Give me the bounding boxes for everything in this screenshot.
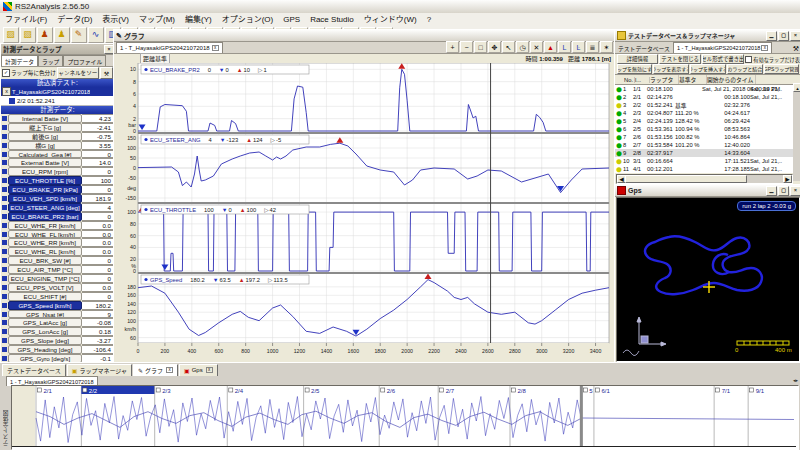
channel-row-GPS_LatAcc[interactable]: GPS_LatAcc [g]-0.08 <box>1 318 114 327</box>
menu-item-5[interactable]: オプション(O) <box>217 13 279 26</box>
channel-row-External Batte[interactable]: External Batte [V]14.0 <box>1 158 114 167</box>
channel-row-ECU_WHE_RL[interactable]: ECU_WHE_RL [km/h]0.0 <box>1 247 114 256</box>
lap-checkbox[interactable] <box>750 388 754 392</box>
menu-item-6[interactable]: GPS <box>278 13 305 26</box>
channel-row-Calculated_Gea[interactable]: Calculated_Gea [#]0 <box>1 150 114 159</box>
lap-label-2/6[interactable]: 2/6 <box>387 388 396 394</box>
channel-row-GPS_Slope[interactable]: GPS_Slope [deg]-3.27 <box>1 336 114 345</box>
sort-channels-button[interactable]: チャンネルをソート <box>57 67 99 79</box>
maximize-button[interactable]: ▢ <box>778 31 789 41</box>
close-tab-icon[interactable]: x <box>206 367 213 373</box>
close-button[interactable]: × <box>790 31 800 41</box>
color-by-lap-checkbox[interactable]: ✓ ラップ毎に色分け <box>2 69 56 77</box>
lap-manager-title-bar[interactable]: テストデータベース＆ラップマネージャ ▁ ▢ × <box>615 30 800 42</box>
chart-canvas[interactable]: 108642bar0ECU_BRAKE_PR20▼0▲10▷1150100500… <box>115 63 613 361</box>
lap-row-2/2[interactable]: ⬤32/201:52.241基準02:32.376 <box>615 101 800 109</box>
align-left2-icon[interactable]: Ŀ <box>572 41 585 53</box>
lap-button2-1[interactable]: ラップを表示する <box>653 64 689 74</box>
graph-test-tab[interactable]: 1 - T_HayasakiGPS20421072018 x <box>116 42 223 53</box>
lap-label-2/7[interactable]: 2/7 <box>446 388 455 394</box>
channel-row-ECU_SHIFT[interactable]: ECU_SHIFT [#]0 <box>1 292 114 301</box>
lap-button2-4[interactable]: GPSラップ管理 <box>764 64 800 74</box>
lap-checkbox[interactable] <box>716 388 720 392</box>
lap-label-7/1[interactable]: 7/1 <box>722 388 731 394</box>
channel-row-GPS_Heading[interactable]: GPS_Heading [deg]-106.4 <box>1 345 114 354</box>
channel-row-ECU_STEER_ANG[interactable]: ECU_STEER_ANG [deg]4 <box>1 203 114 212</box>
lap-column-header[interactable]: No. <box>624 77 635 83</box>
lap-button-2[interactable]: クセル形式で書き出し <box>702 54 744 64</box>
valid-laps-checkbox[interactable]: 有効なラップだけ表 <box>744 56 800 63</box>
lap-label-2/2[interactable]: 2/2 <box>89 388 98 394</box>
lap-checkbox[interactable] <box>381 388 385 392</box>
notes-icon[interactable]: ✎ <box>71 27 87 43</box>
zoom-out-icon[interactable]: − <box>460 41 473 53</box>
channel-row-ECU_WHE_FL[interactable]: ECU_WHE_FL [km/h]0.0 <box>1 230 114 239</box>
channel-row-GPS_LonAcc[interactable]: GPS_LonAcc [g]0.18 <box>1 327 114 336</box>
lap-row-2/5[interactable]: ⬤62/501:53.361100.94 %08:53.563 <box>615 125 800 133</box>
close-tab-icon[interactable]: x <box>166 367 173 373</box>
lap-label-2/1[interactable]: 2/1 <box>44 388 53 394</box>
taskbar-tab-graph-icon[interactable]: ✎グラフx <box>133 364 178 377</box>
channel-row-ECU_THROTTLE[interactable]: ECU_THROTTLE [%]100 <box>1 176 114 185</box>
menu-item-4[interactable]: 編集(Y) <box>180 13 217 26</box>
tab-current-test[interactable]: 1 - T_HayasakiGPS20421072018 x <box>673 42 773 53</box>
lap-row-2/4[interactable]: ⬤52/402:24.139128.42 %06:29.424 <box>615 117 800 125</box>
channel-row-ECU_ENGINE_TMP[interactable]: ECU_ENGINE_TMP [°C]0 <box>1 274 114 283</box>
taskbar-tab-gps-icon[interactable]: ▣Gpsx <box>179 364 218 377</box>
channel-row-ECU_WHE_RR[interactable]: ECU_WHE_RR [km/h]0.0 <box>1 238 114 247</box>
layout-icon[interactable]: ≣ <box>586 41 599 53</box>
minimize-button[interactable]: ▁ <box>766 186 777 196</box>
lap-column-header[interactable]: ラップタ <box>650 75 679 84</box>
channel-row-ECU_RPM[interactable]: ECU_RPM [rpm]0 <box>1 167 114 176</box>
tab-プロファイル[interactable]: プロファイル <box>63 55 106 66</box>
lap-row-4/1[interactable]: ⬤114/100:12.20117:28.185Sat, Jul 21,.. <box>615 165 800 173</box>
taskbar-tab-database-icon[interactable]: テストデータベース <box>2 364 66 377</box>
lap-checkbox[interactable] <box>512 388 516 392</box>
lap-row-2/7[interactable]: ⬤82/701:53.584101.20 %12:40.020 <box>615 141 800 149</box>
overview-scroll-arrows[interactable]: ◂▸ <box>793 377 798 383</box>
lap-settings-icon[interactable]: ⚒ <box>793 45 799 53</box>
channel-row-ECU_WHE_FR[interactable]: ECU_WHE_FR [km/h]0.0 <box>1 221 114 230</box>
close-button[interactable]: × <box>790 186 800 196</box>
close-tab-icon[interactable]: x <box>761 45 768 51</box>
channel-row-ECU_BRAKE_PR2[interactable]: ECU_BRAKE_PR2 [bar]0 <box>1 212 114 221</box>
channel-row-横G[interactable]: 横G [g]3.55 <box>1 141 114 150</box>
menu-item-1[interactable]: データ(D) <box>52 13 97 26</box>
lap-label-2/8[interactable]: 2/8 <box>518 388 527 394</box>
lap-column-header[interactable]: l... <box>635 77 650 83</box>
channel-row-GPS_Nsat[interactable]: GPS_Nsat [#]9 <box>1 310 114 319</box>
graph-plot-icon[interactable]: ∿ <box>88 27 104 43</box>
lap-checkbox[interactable] <box>38 388 42 392</box>
taskbar-tab-lap-manager-icon[interactable]: ▣ラップマネージャ <box>67 364 132 377</box>
lap-checkbox[interactable] <box>305 388 309 392</box>
minimize-button[interactable]: ▁ <box>766 31 777 41</box>
channel-row-GPS_Speed[interactable]: GPS_Speed [km/h]180.2 <box>1 301 114 310</box>
lap-info-row[interactable]: 2/2 01:52.241 <box>1 96 114 106</box>
gps-title-bar[interactable]: Gps ▁ ▢ × <box>615 185 800 197</box>
tab-計測データ[interactable]: 計測データ <box>1 55 38 66</box>
tab-ラップ[interactable]: ラップ <box>38 55 63 66</box>
lap-checkbox[interactable] <box>440 388 444 392</box>
lap-button2-3[interactable]: 次のラップと結合す <box>727 64 763 74</box>
menu-item-2[interactable]: 表示(V) <box>97 13 134 26</box>
lap-checkbox[interactable] <box>595 388 599 392</box>
channel-row-ECU_AIR_TMP[interactable]: ECU_AIR_TMP [°C]0 <box>1 265 114 274</box>
lap-label-2/3[interactable]: 2/3 <box>162 388 171 394</box>
menu-item-0[interactable]: ファイル(F) <box>0 13 52 26</box>
channel-row-ECU_BRK_SW[interactable]: ECU_BRK_SW [#]0 <box>1 256 114 265</box>
lap-row-2/1[interactable]: ⬤22/102:14.27600:18.100Sat, Jul 21,.. <box>615 93 800 101</box>
wrench-button[interactable]: ⚒ <box>100 67 113 79</box>
menu-item-7[interactable]: Race Studio <box>305 13 359 26</box>
lap-label-6/1[interactable]: 6/1 <box>601 388 610 394</box>
menu-item-9[interactable]: ? <box>422 13 436 26</box>
lap-row-2/6[interactable]: ⬤72/601:53.156100.82 %10:46.864 <box>615 133 800 141</box>
lap-row-2/3[interactable]: ⬤42/302:04.807111.20 %04:24.617 <box>615 109 800 117</box>
test-checkbox[interactable]: x <box>2 87 11 96</box>
zoom-fit-icon[interactable]: □ <box>474 41 487 53</box>
lap-checkbox[interactable] <box>229 388 233 392</box>
gps-canvas[interactable]: run 2 lap 2 -0.03 g 0 400 m <box>616 197 800 362</box>
lap-button2-0[interactable]: ラップを無効にする <box>617 64 653 74</box>
lap-column-header[interactable]: 開始からのタイム <box>707 75 756 84</box>
zoom-in-icon[interactable]: + <box>446 41 459 53</box>
lap-checkbox[interactable] <box>583 388 587 392</box>
